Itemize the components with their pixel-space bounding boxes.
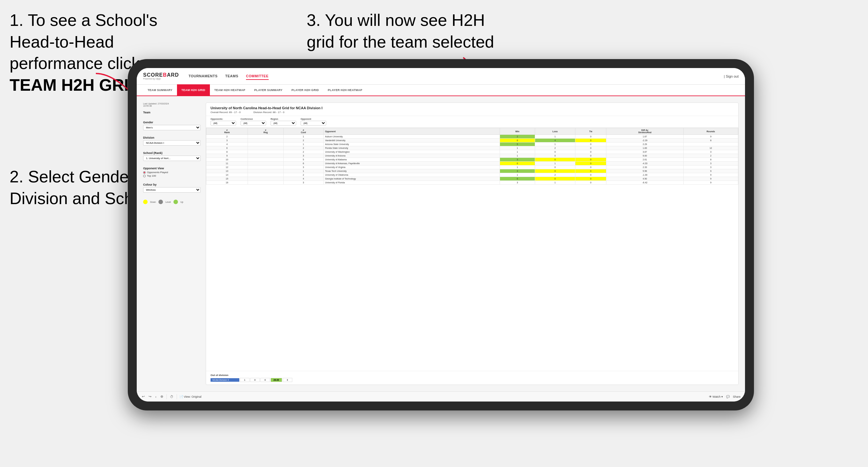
colour-section: Colour by Win/loss	[143, 183, 200, 193]
redo-button[interactable]: ↪	[148, 394, 152, 399]
division-section: Division NCAA Division I	[143, 136, 200, 146]
timestamp: Last Updated: 27/03/2024 16:55:38	[143, 102, 200, 107]
filter-conference: Conference (All)	[241, 118, 266, 126]
tab-team-h2h-grid[interactable]: TEAM H2H GRID	[177, 84, 210, 96]
colour-select[interactable]: Win/loss	[143, 187, 200, 193]
tablet-device: SCOREBARD Powered by clippi TOURNAMENTS …	[128, 59, 754, 410]
grid-records: Overall Record: 89 - 17 - 0 Division Rec…	[211, 111, 734, 114]
step3-instruction: 3. You will now see H2H grid for the tea…	[307, 9, 498, 53]
col-loss: Loss	[535, 128, 575, 135]
sign-out-link[interactable]: | Sign out	[724, 74, 739, 78]
nav-bar: SCOREBARD Powered by clippi TOURNAMENTS …	[137, 68, 745, 85]
h2h-table: #Rank #Reg #Conf Opponent Win Loss Tie D…	[206, 128, 738, 185]
watch-button[interactable]: 👁 Watch ▾	[709, 395, 723, 398]
gender-section: Gender Men's	[143, 121, 200, 130]
filter-row: Opponents: (All) Conference (All) Region	[206, 116, 738, 128]
separator	[166, 394, 167, 399]
team-section: Team	[143, 111, 200, 115]
table-row: 11 6 University of Arkansas, Fayettevill…	[206, 162, 738, 165]
share-button[interactable]: Share	[733, 395, 741, 398]
col-conf: #Conf	[283, 128, 323, 135]
back-button[interactable]: ‹	[155, 394, 157, 399]
main-content: Last Updated: 27/03/2024 16:55:38 Team G…	[137, 96, 745, 391]
tab-player-h2h-heatmap[interactable]: PLAYER H2H HEATMAP	[323, 84, 367, 96]
tab-player-h2h-grid[interactable]: PLAYER H2H GRID	[287, 84, 323, 96]
toolbar: ↩ ↪ ‹ ⊕ ⏱ 📄 View: Original 👁 Watch ▾ 💬 S…	[137, 391, 745, 402]
nav-tournaments[interactable]: TOURNAMENTS	[188, 73, 218, 80]
legend-up-dot	[174, 200, 178, 204]
nav-links: TOURNAMENTS TEAMS COMMITTEE	[188, 73, 714, 80]
region-filter-select[interactable]: (All)	[271, 121, 296, 126]
col-win: Win	[500, 128, 535, 135]
grid-panel: University of North Carolina Head-to-Hea…	[206, 102, 739, 385]
gender-select[interactable]: Men's	[143, 125, 200, 130]
tab-player-summary[interactable]: PLAYER SUMMARY	[250, 84, 287, 96]
table-row: 12 3 University of Virginia 1 0 0 2.33 3	[206, 165, 738, 169]
comment-button[interactable]: 💬	[726, 395, 730, 398]
logo: SCOREBARD Powered by clippi	[143, 72, 179, 80]
tablet-screen: SCOREBARD Powered by clippi TOURNAMENTS …	[137, 68, 745, 402]
filter-opponent: Opponent (All)	[301, 118, 326, 126]
col-rank: #Rank	[206, 128, 248, 135]
tab-team-h2h-heatmap[interactable]: TEAM H2H HEATMAP	[210, 84, 250, 96]
table-row: 8 2 University of Washington 1 0 0 3.67 …	[206, 150, 738, 154]
table-row: 2 1 Auburn University 2 1 0 1.67 9	[206, 135, 738, 138]
tab-team-summary[interactable]: TEAM SUMMARY	[143, 84, 177, 96]
opponent-filter-select[interactable]: (All)	[301, 121, 326, 126]
toolbar-right: 👁 Watch ▾ 💬 Share	[709, 395, 741, 398]
table-row: 4 1 Arizona State University 5 1 0 2.29	[206, 143, 738, 146]
col-opponent: Opponent	[323, 128, 500, 135]
radio-top100[interactable]: Top 100	[143, 175, 200, 177]
col-diff: Diff AvStrokes/Rnd	[607, 128, 683, 135]
data-table: #Rank #Reg #Conf Opponent Win Loss Tie D…	[206, 128, 738, 371]
out-of-division-row: NCAA Division II 1 0 0 26.00 3	[211, 378, 734, 382]
col-tie: Tie	[576, 128, 607, 135]
nav-teams[interactable]: TEAMS	[225, 73, 238, 80]
opponent-view-radio-group: Opponents Played Top 100	[143, 171, 200, 177]
table-header-row: #Rank #Reg #Conf Opponent Win Loss Tie D…	[206, 128, 738, 135]
nav-committee[interactable]: COMMITTEE	[246, 73, 269, 80]
separator2	[177, 394, 177, 399]
grid-header: University of North Carolina Head-to-Hea…	[206, 103, 738, 116]
table-row: 9 3 University of Arizona 1 0 0 9.00 2	[206, 154, 738, 158]
school-select[interactable]: 1. University of Nort...	[143, 156, 200, 161]
opponent-view-section: Opponent View Opponents Played Top 100	[143, 167, 200, 177]
opponents-filter-select[interactable]: (All)	[211, 121, 236, 126]
division-select[interactable]: NCAA Division I	[143, 140, 200, 146]
table-row: 6 2 Florida State University 1 2 0 1.83 …	[206, 146, 738, 150]
timer-button[interactable]: ⏱	[169, 394, 174, 399]
school-section: School (Rank) 1. University of Nort...	[143, 151, 200, 161]
table-row: 16 3 University of Florida 3 1 0 -6.42 9	[206, 181, 738, 185]
table-row: 3 2 Vanderbilt University 0 4 0 -2.29 8	[206, 138, 738, 143]
col-rounds: Rounds	[683, 128, 738, 135]
grid-title: University of North Carolina Head-to-Hea…	[211, 106, 734, 110]
conference-filter-select[interactable]: (All)	[241, 121, 266, 126]
out-of-division: Out of division NCAA Division II 1 0 0 2…	[206, 371, 738, 384]
col-reg: #Reg	[248, 128, 283, 135]
table-row: 15 4 Georgia Institute of Technology 6 0…	[206, 177, 738, 181]
undo-button[interactable]: ↩	[141, 394, 145, 399]
legend-level-dot	[158, 200, 163, 204]
sub-nav: TEAM SUMMARY TEAM H2H GRID TEAM H2H HEAT…	[137, 85, 745, 96]
forward-button[interactable]: ⊕	[160, 394, 164, 399]
view-label: 📄 View: Original	[180, 395, 202, 398]
filter-opponents: Opponents: (All)	[211, 118, 236, 126]
table-row: 14 2 University of Oklahoma 1 2 0 -1.00 …	[206, 173, 738, 177]
color-legend: Down Level Up	[143, 200, 200, 204]
radio-opponents-played[interactable]: Opponents Played	[143, 171, 200, 174]
left-panel: Last Updated: 27/03/2024 16:55:38 Team G…	[143, 102, 200, 385]
legend-down-dot	[143, 200, 148, 204]
table-row: 13 1 Texas Tech University 3 0 0 5.56 9	[206, 169, 738, 173]
filter-region: Region (All)	[271, 118, 296, 126]
table-row: 10 5 University of Alabama 3 0 0 2.61 8	[206, 158, 738, 162]
